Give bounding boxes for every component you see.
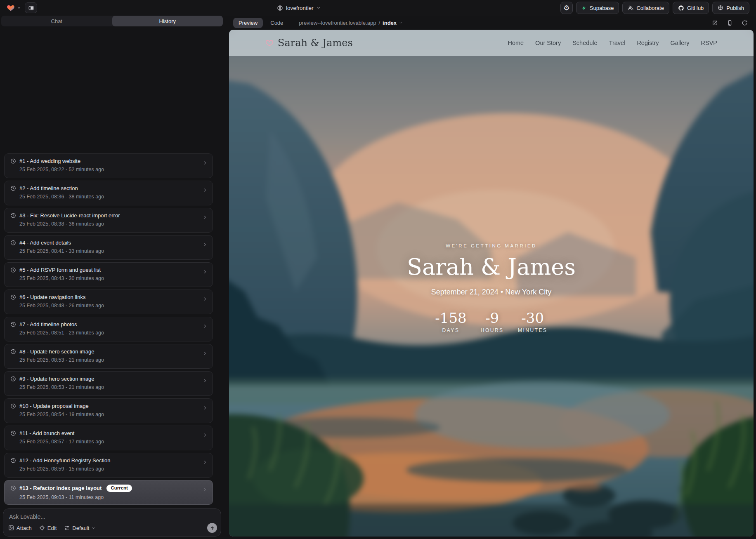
history-item-title: #9 - Update hero section image xyxy=(19,376,94,382)
github-icon xyxy=(678,5,684,11)
sidebar-toggle-button[interactable] xyxy=(25,2,37,13)
chevron-down-icon xyxy=(92,526,95,530)
history-icon xyxy=(10,403,16,409)
history-item[interactable]: #10 - Update proposal image 25 Feb 2025,… xyxy=(4,398,213,423)
chevron-right-icon xyxy=(203,297,208,301)
github-label: GitHub xyxy=(687,5,704,11)
history-item-title: #5 - Add RSVP form and guest list xyxy=(19,267,101,273)
history-item-title: #6 - Update navigation links xyxy=(19,294,85,300)
chevron-right-icon xyxy=(203,242,208,247)
ask-lovable-input[interactable] xyxy=(8,513,217,520)
chevron-right-icon xyxy=(203,160,208,165)
history-item-title: #4 - Add event details xyxy=(19,240,71,246)
history-icon xyxy=(10,240,16,246)
edit-button[interactable]: Edit xyxy=(39,525,57,531)
globe-icon xyxy=(277,5,283,11)
chat-composer: Attach Edit Default xyxy=(3,508,221,537)
history-item[interactable]: #8 - Update hero section image 25 Feb 20… xyxy=(4,344,213,369)
preview-controls: Preview Code preview--lovefrontier.lovab… xyxy=(227,16,756,30)
lovable-heart-icon xyxy=(7,4,15,12)
history-icon xyxy=(10,458,16,464)
history-icon xyxy=(10,485,16,491)
history-item[interactable]: #9 - Update hero section image 25 Feb 20… xyxy=(4,371,213,396)
history-item[interactable]: #11 - Add brunch event 25 Feb 2025, 08:5… xyxy=(4,426,213,450)
attach-button[interactable]: Attach xyxy=(8,525,32,531)
arrow-up-icon xyxy=(210,525,215,531)
mode-label: Default xyxy=(72,525,89,531)
heart-outline-icon xyxy=(265,39,274,47)
image-icon xyxy=(8,525,14,531)
edit-label: Edit xyxy=(47,525,57,531)
supabase-bolt-icon xyxy=(581,5,587,11)
countdown-value: -30 xyxy=(518,310,548,326)
refresh-icon[interactable] xyxy=(742,20,748,26)
countdown-unit: -158 DAYS xyxy=(435,310,466,333)
history-icon xyxy=(10,267,16,273)
tab-code[interactable]: Code xyxy=(265,18,288,28)
chevron-down-icon xyxy=(317,6,321,10)
supabase-button[interactable]: Supabase xyxy=(576,2,619,14)
history-item[interactable]: #7 - Add timeline photos 25 Feb 2025, 08… xyxy=(4,317,213,341)
project-name: lovefrontier xyxy=(286,5,314,11)
tab-chat[interactable]: Chat xyxy=(1,16,112,26)
countdown-value: -158 xyxy=(435,310,466,326)
chevron-right-icon xyxy=(203,188,208,193)
history-icon xyxy=(10,349,16,355)
nav-link[interactable]: Gallery xyxy=(671,40,690,46)
sidebar-panel-icon xyxy=(28,5,34,11)
nav-link[interactable]: RSVP xyxy=(701,40,718,46)
url-host: preview--lovefrontier.lovable.app xyxy=(299,20,376,26)
mobile-view-icon[interactable] xyxy=(727,20,733,26)
left-sidebar: Chat History #1 - Add wedding website 25… xyxy=(0,16,224,539)
site-brand[interactable]: Sarah & James xyxy=(265,37,353,49)
nav-link[interactable]: Travel xyxy=(609,40,626,46)
mode-selector[interactable]: Default xyxy=(64,525,95,531)
github-button[interactable]: GitHub xyxy=(673,2,709,14)
history-item-timestamp: 25 Feb 2025, 08:57 - 17 minutes ago xyxy=(19,439,198,445)
chevron-right-icon xyxy=(203,351,208,356)
project-selector[interactable]: lovefrontier xyxy=(37,5,560,11)
history-icon xyxy=(10,158,16,164)
countdown-unit: -30 MINUTES xyxy=(518,310,548,333)
tab-preview[interactable]: Preview xyxy=(233,18,263,28)
history-item-title: #11 - Add brunch event xyxy=(19,430,74,436)
chevron-right-icon xyxy=(203,378,208,383)
chevron-down-icon xyxy=(17,6,21,10)
chevron-right-icon xyxy=(203,433,208,438)
history-item[interactable]: #6 - Update navigation links 25 Feb 2025… xyxy=(4,290,213,314)
history-list: #1 - Add wedding website 25 Feb 2025, 08… xyxy=(4,153,213,507)
tab-history[interactable]: History xyxy=(112,16,223,26)
settings-button[interactable]: ⚙ xyxy=(560,2,573,14)
nav-link[interactable]: Schedule xyxy=(572,40,597,46)
history-icon xyxy=(10,186,16,191)
preview-pane: Preview Code preview--lovefrontier.lovab… xyxy=(227,16,756,539)
history-item[interactable]: #13 - Refactor index page layout Current… xyxy=(4,480,213,505)
history-item-timestamp: 25 Feb 2025, 08:41 - 33 minutes ago xyxy=(19,248,198,254)
history-item-title: #1 - Add wedding website xyxy=(19,158,80,164)
history-item[interactable]: #2 - Add timeline section 25 Feb 2025, 0… xyxy=(4,181,213,205)
lovable-logo-menu[interactable] xyxy=(7,4,21,12)
history-item[interactable]: #3 - Fix: Resolve Lucide-react import er… xyxy=(4,208,213,233)
send-button[interactable] xyxy=(207,523,217,533)
collaborate-button[interactable]: Collaborate xyxy=(622,2,669,14)
history-item-timestamp: 25 Feb 2025, 08:51 - 23 minutes ago xyxy=(19,330,198,336)
publish-button[interactable]: Publish xyxy=(712,2,749,14)
nav-link[interactable]: Our Story xyxy=(535,40,561,46)
publish-label: Publish xyxy=(726,5,744,11)
chevron-right-icon xyxy=(203,215,208,220)
history-item[interactable]: #5 - Add RSVP form and guest list 25 Feb… xyxy=(4,262,213,287)
history-item-title: #10 - Update proposal image xyxy=(19,403,89,409)
history-item[interactable]: #12 - Add Honeyfund Registry Section 25 … xyxy=(4,453,213,478)
countdown-label: MINUTES xyxy=(518,327,548,333)
history-item-timestamp: 25 Feb 2025, 08:22 - 52 minutes ago xyxy=(19,167,198,172)
history-item[interactable]: #4 - Add event details 25 Feb 2025, 08:4… xyxy=(4,235,213,260)
nav-link[interactable]: Home xyxy=(508,40,524,46)
open-external-icon[interactable] xyxy=(712,20,718,26)
history-icon xyxy=(10,431,16,436)
url-selector[interactable]: preview--lovefrontier.lovable.app / inde… xyxy=(299,20,403,26)
nav-link[interactable]: Registry xyxy=(637,40,659,46)
history-item[interactable]: #1 - Add wedding website 25 Feb 2025, 08… xyxy=(4,153,213,178)
history-icon xyxy=(10,322,16,327)
chevron-right-icon xyxy=(203,487,208,492)
sidebar-tabbar: Chat History xyxy=(1,16,223,26)
